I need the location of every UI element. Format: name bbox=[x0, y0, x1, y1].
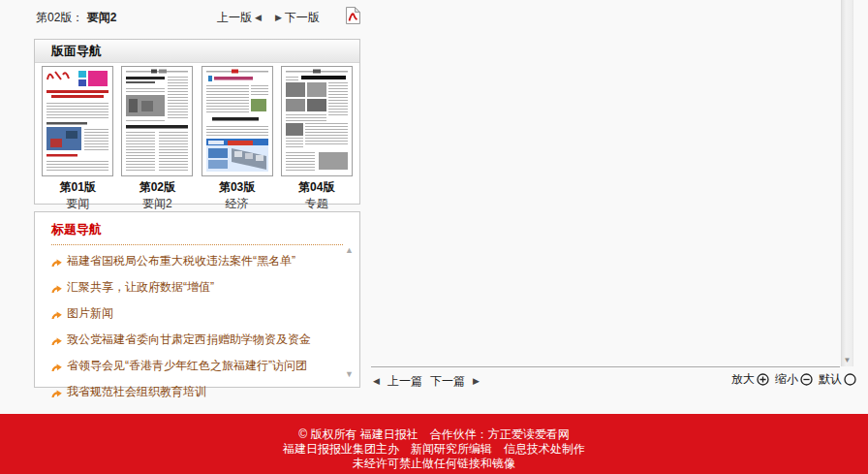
article-list-item: 我省规范社会组织教育培训 bbox=[51, 382, 346, 408]
next-article-arrow-icon: ▶ bbox=[473, 377, 480, 386]
zoom-in-label: 放大 bbox=[731, 371, 755, 388]
reset-zoom-icon bbox=[844, 373, 856, 386]
prev-article-arrow-icon: ◀ bbox=[373, 377, 380, 386]
article-list: 福建省国税局公布重大税收违法案件“黑名单” 汇聚共享，让政府数据“增值” 图片新… bbox=[51, 251, 346, 408]
reset-zoom-label: 默认 bbox=[819, 371, 842, 388]
article-link[interactable]: 致公党福建省委向甘肃定西捐赠助学物资及资金 bbox=[67, 333, 311, 346]
page-thumbnail-name[interactable]: 专题 bbox=[280, 196, 354, 212]
zoom-out-label: 缩小 bbox=[775, 371, 798, 388]
page-thumbnail-1[interactable]: 第01版 要闻 bbox=[41, 66, 114, 212]
newspaper-page-image-3[interactable] bbox=[202, 66, 273, 176]
page-thumbnail-name[interactable]: 要闻 bbox=[41, 196, 114, 212]
list-scroll-up-icon[interactable]: ▲ bbox=[345, 245, 354, 255]
list-scroll-down-icon[interactable]: ▼ bbox=[345, 369, 354, 379]
orange-arrow-bullet-icon bbox=[51, 282, 62, 300]
layout-nav-title: 版面导航 bbox=[35, 40, 359, 63]
orange-arrow-bullet-icon bbox=[51, 308, 62, 326]
prev-article-button[interactable]: 上一篇 bbox=[388, 373, 422, 390]
zoom-out-button[interactable]: 缩小 bbox=[775, 371, 813, 388]
footer-line-2: 福建日报报业集团主办 新闻研究所编辑 信息技术处制作 bbox=[0, 442, 868, 457]
scroll-down-icon[interactable]: ▼ bbox=[842, 356, 852, 364]
orange-arrow-bullet-icon bbox=[51, 334, 62, 352]
orange-arrow-bullet-icon bbox=[51, 256, 62, 273]
orange-arrow-bullet-icon bbox=[51, 387, 62, 404]
page-title-label: 要闻2 bbox=[87, 11, 117, 24]
newspaper-page-image-1[interactable] bbox=[42, 66, 113, 176]
next-page-button[interactable]: ▶ 下一版 bbox=[275, 10, 320, 26]
article-list-item: 致公党福建省委向甘肃定西捐赠助学物资及资金 bbox=[51, 330, 346, 356]
reading-area-divider bbox=[371, 366, 840, 367]
page-thumbnails: 第01版 要闻 bbox=[35, 63, 359, 212]
left-arrow-icon: ◀ bbox=[255, 14, 262, 22]
page-thumbnail-number[interactable]: 第03版 bbox=[201, 179, 274, 196]
article-list-item: 图片新闻 bbox=[51, 303, 346, 330]
page-thumbnail-number[interactable]: 第04版 bbox=[280, 179, 354, 196]
copyright-footer: © 版权所有 福建日报社 合作伙伴：方正爱读爱看网 福建日报报业集团主办 新闻研… bbox=[0, 414, 868, 474]
next-article-button[interactable]: 下一篇 bbox=[430, 373, 465, 390]
orange-arrow-bullet-icon bbox=[51, 361, 62, 378]
zoom-in-button[interactable]: 放大 bbox=[731, 371, 769, 388]
current-page-info: 第02版： 要闻2 bbox=[36, 10, 116, 26]
page-thumbnail-2[interactable]: 第02版 要闻2 bbox=[120, 66, 194, 212]
reset-zoom-button[interactable]: 默认 bbox=[819, 371, 856, 388]
newspaper-page-image-4[interactable] bbox=[281, 66, 353, 176]
title-nav-panel: 标题导航 福建省国税局公布重大税收违法案件“黑名单” 汇聚共享，让政府数据“增值… bbox=[34, 211, 360, 388]
right-arrow-icon: ▶ bbox=[275, 14, 282, 22]
main-scrollbar[interactable]: ▼ bbox=[841, 0, 853, 366]
article-link[interactable]: 福建省国税局公布重大税收违法案件“黑名单” bbox=[67, 255, 295, 268]
zoom-out-icon bbox=[800, 373, 813, 386]
footer-line-1: © 版权所有 福建日报社 合作伙伴：方正爱读爱看网 bbox=[0, 427, 868, 442]
title-nav-title: 标题导航 bbox=[51, 221, 343, 245]
article-link[interactable]: 图片新闻 bbox=[67, 307, 113, 320]
zoom-controls: 放大 缩小 默认 bbox=[731, 371, 856, 388]
pdf-download-button[interactable] bbox=[346, 7, 360, 28]
newspaper-page-image-2[interactable] bbox=[121, 66, 193, 176]
layout-nav-panel: 版面导航 bbox=[34, 39, 360, 205]
page-number-label: 第02版： bbox=[36, 11, 83, 24]
page-thumbnail-name[interactable]: 经济 bbox=[201, 196, 274, 212]
article-list-item: 福建省国税局公布重大税收违法案件“黑名单” bbox=[51, 251, 346, 277]
article-navigation: ◀ 上一篇 下一篇 ▶ bbox=[373, 373, 480, 390]
page-thumbnail-number[interactable]: 第01版 bbox=[41, 179, 114, 196]
prev-page-label: 上一版 bbox=[217, 10, 252, 26]
zoom-in-icon bbox=[757, 373, 769, 386]
article-link[interactable]: 汇聚共享，让政府数据“增值” bbox=[67, 281, 214, 294]
page-thumbnail-4[interactable]: 第04版 专题 bbox=[280, 66, 354, 212]
page-thumbnail-number[interactable]: 第02版 bbox=[120, 179, 194, 196]
prev-page-button[interactable]: 上一版 ◀ bbox=[217, 10, 262, 26]
next-page-label: 下一版 bbox=[285, 10, 320, 26]
article-list-item: 省领导会见“香港青少年红色之旅福建行”访问团 bbox=[51, 356, 346, 382]
page-thumbnail-name[interactable]: 要闻2 bbox=[120, 196, 194, 212]
page-navigation: 上一版 ◀ ▶ 下一版 bbox=[217, 10, 320, 26]
epaper-reader: 第02版： 要闻2 上一版 ◀ ▶ 下一版 ▼ bbox=[0, 0, 868, 474]
article-link[interactable]: 我省规范社会组织教育培训 bbox=[67, 386, 206, 398]
page-thumbnail-3[interactable]: 第03版 经济 bbox=[201, 66, 274, 212]
article-list-item: 汇聚共享，让政府数据“增值” bbox=[51, 277, 346, 303]
footer-line-3: 未经许可禁止做任何链接和镜像 bbox=[0, 457, 868, 471]
article-link[interactable]: 省领导会见“香港青少年红色之旅福建行”访问团 bbox=[67, 360, 307, 372]
top-bar: 第02版： 要闻2 上一版 ◀ ▶ 下一版 bbox=[0, 0, 868, 31]
pdf-icon bbox=[346, 11, 360, 27]
